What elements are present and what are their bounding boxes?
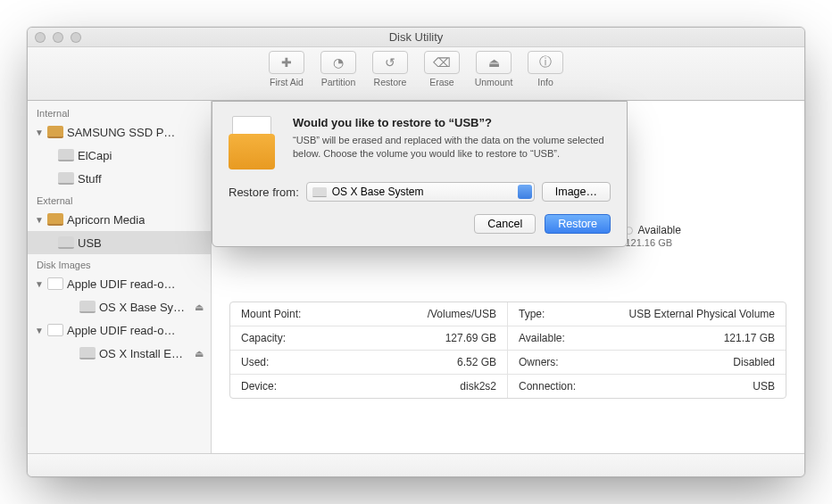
dialog-title: Would you like to restore to “USB”? xyxy=(293,116,611,129)
section-images: Disk Images xyxy=(28,254,211,272)
volume-icon xyxy=(312,187,327,197)
disk-utility-window: Disk Utility ✚ First Aid ◔ Partition ↺ R… xyxy=(27,27,805,477)
erase-button[interactable]: ⌫ Erase xyxy=(416,51,468,87)
sidebar-item-label: Apple UDIF read-o… xyxy=(67,277,175,291)
volume-icon xyxy=(58,172,74,185)
partition-icon: ◔ xyxy=(320,51,356,74)
sidebar-item-stuff[interactable]: Stuff xyxy=(28,167,211,190)
erase-icon: ⌫ xyxy=(424,51,460,74)
volume-info-table: Mount Point:/Volumes/USB Type:USB Extern… xyxy=(229,302,786,399)
usage-available: Available121.16 GB xyxy=(625,224,680,248)
info-owners: Owners:Disabled xyxy=(508,351,786,375)
chevron-down-icon[interactable]: ▼ xyxy=(35,326,44,335)
sidebar-item-internal-disk[interactable]: ▼ SAMSUNG SSD P… xyxy=(28,120,211,144)
toolbar-label: First Aid xyxy=(270,77,304,87)
window-footer xyxy=(28,453,804,476)
drive-icon xyxy=(47,213,63,226)
toolbar-label: Unmount xyxy=(475,77,513,87)
info-icon: ⓘ xyxy=(528,51,563,74)
partition-button[interactable]: ◔ Partition xyxy=(312,51,364,87)
sidebar-item-label: Apricorn Media xyxy=(67,213,145,227)
restore-from-select[interactable]: OS X Base System xyxy=(306,182,535,202)
volume-icon xyxy=(58,236,74,249)
info-device: Device:disk2s2 xyxy=(230,375,508,398)
info-available: Available:121.17 GB xyxy=(508,326,786,351)
section-external: External xyxy=(28,190,211,208)
image-button[interactable]: Image… xyxy=(542,182,611,202)
sidebar-item-base-system[interactable]: OS X Base Sy… ⏏ xyxy=(28,295,211,318)
sidebar-item-label: USB xyxy=(78,236,102,250)
sidebar-item-apricorn[interactable]: ▼ Apricorn Media xyxy=(28,208,211,231)
sidebar-item-label: OS X Install E… xyxy=(99,347,183,360)
chevron-down-icon[interactable]: ▼ xyxy=(35,279,44,289)
sidebar-item-label: Stuff xyxy=(78,172,102,186)
sidebar-item-elcapi[interactable]: ElCapi xyxy=(28,144,211,167)
restore-icon: ↺ xyxy=(372,51,408,74)
first-aid-button[interactable]: ✚ First Aid xyxy=(261,51,312,87)
toolbar-label: Info xyxy=(537,77,553,87)
eject-icon[interactable]: ⏏ xyxy=(195,302,204,313)
toolbar: ✚ First Aid ◔ Partition ↺ Restore ⌫ Eras… xyxy=(28,47,804,101)
unmount-button[interactable]: ⏏ Unmount xyxy=(468,51,520,87)
info-type: Type:USB External Physical Volume xyxy=(508,302,786,326)
sidebar-item-label: SAMSUNG SSD P… xyxy=(67,126,175,139)
titlebar: Disk Utility xyxy=(28,28,804,47)
sidebar-item-usb[interactable]: USB xyxy=(28,231,211,254)
window-title: Disk Utility xyxy=(28,30,804,44)
sidebar-item-label: ElCapi xyxy=(78,149,112,162)
info-button[interactable]: ⓘ Info xyxy=(520,51,571,87)
restore-from-value: OS X Base System xyxy=(332,186,424,198)
restore-confirm-button[interactable]: Restore xyxy=(545,214,611,234)
restore-dialog: Would you like to restore to “USB”? “USB… xyxy=(212,101,628,247)
toolbar-label: Erase xyxy=(429,77,453,87)
chevron-down-icon[interactable]: ▼ xyxy=(35,128,44,137)
first-aid-icon: ✚ xyxy=(269,51,304,74)
sidebar-item-udif2[interactable]: ▼ Apple UDIF read-o… xyxy=(28,318,211,342)
chevron-down-icon[interactable]: ▼ xyxy=(35,215,44,225)
cancel-button[interactable]: Cancel xyxy=(474,214,536,234)
toolbar-label: Partition xyxy=(321,77,356,87)
sidebar-item-install-esd[interactable]: OS X Install E… ⏏ xyxy=(28,342,211,365)
toolbar-label: Restore xyxy=(374,77,407,87)
sidebar-item-label: Apple UDIF read-o… xyxy=(67,324,175,337)
volume-icon xyxy=(79,347,96,359)
info-connection: Connection:USB xyxy=(508,375,786,398)
info-capacity: Capacity:127.69 GB xyxy=(230,326,508,351)
volume-icon xyxy=(79,301,96,313)
unmount-icon: ⏏ xyxy=(476,51,512,74)
external-drive-icon xyxy=(229,116,279,169)
restore-from-label: Restore from: xyxy=(229,186,299,199)
restore-button[interactable]: ↺ Restore xyxy=(364,51,416,87)
drive-icon xyxy=(47,126,63,138)
volume-icon xyxy=(58,149,74,161)
sidebar: Internal ▼ SAMSUNG SSD P… ElCapi Stuff E… xyxy=(28,101,212,453)
disk-image-icon xyxy=(47,277,63,290)
section-internal: Internal xyxy=(28,103,211,120)
sidebar-item-label: OS X Base Sy… xyxy=(99,301,185,314)
dialog-body: “USB” will be erased and replaced with t… xyxy=(293,134,611,161)
info-mount: Mount Point:/Volumes/USB xyxy=(230,302,508,326)
eject-icon[interactable]: ⏏ xyxy=(195,348,204,359)
sidebar-item-udif1[interactable]: ▼ Apple UDIF read-o… xyxy=(28,272,211,295)
disk-image-icon xyxy=(47,324,63,336)
info-used: Used:6.52 GB xyxy=(230,351,508,375)
